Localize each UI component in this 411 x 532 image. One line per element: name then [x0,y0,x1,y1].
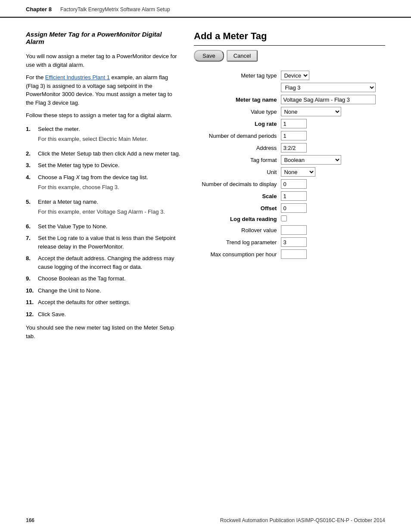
tag-format-label: Tag format [194,154,279,166]
step-2-num: 2. [26,149,38,158]
button-row: Save Cancel [194,50,385,62]
header-subtitle: FactoryTalk EnergyMetrix Software Alarm … [60,6,170,12]
step-8-body: Accept the default address. Changing the… [38,254,181,271]
unit-label: Unit [194,166,279,178]
value-type-label: Value type [194,106,279,118]
step-2-text: Click the Meter Setup tab then click Add… [38,150,180,157]
step-5: 5. Enter a Meter tag name. For this exam… [26,198,181,219]
offset-row: Offset [194,202,385,214]
decimals-input[interactable] [281,179,307,189]
address-row: Address [194,142,385,154]
step-5-body: Enter a Meter tag name. For this example… [38,198,181,219]
value-type-cell: None [279,106,385,118]
address-input[interactable] [281,143,307,152]
meter-tag-name-cell [279,93,385,106]
meter-tag-name-row: Meter tag name [194,93,385,106]
page-content: Assign Meter Tag for a PowerMonitor Digi… [0,26,411,358]
publication-info: Rockwell Automation Publication IASIMP-Q… [220,517,385,523]
rollover-cell [279,224,385,236]
scale-row: Scale [194,190,385,202]
tag-format-row: Tag format Boolean [194,154,385,166]
step-3-text: Set the Meter tag type to Device. [38,162,119,168]
offset-input[interactable] [281,203,307,213]
unit-select[interactable]: None [281,167,315,177]
rollover-label: Rollover value [194,224,279,236]
log-delta-checkbox[interactable] [281,215,287,221]
value-type-row: Value type None [194,106,385,118]
tag-format-select[interactable]: Boolean [281,155,341,165]
demand-periods-row: Number of demand periods [194,130,385,142]
flag-cell: Flag 3 [279,81,385,93]
chapter-label: Chapter 8 [26,6,52,12]
form-title: Add a Meter Tag [194,31,385,46]
flag-select[interactable]: Flag 3 [281,83,376,92]
cancel-button[interactable]: Cancel [227,50,258,62]
log-rate-label: Log rate [194,118,279,130]
step-6-body: Set the Value Type to None. [38,222,181,231]
step-6-num: 6. [26,222,38,231]
unit-row: Unit None [194,166,385,178]
max-consumption-input[interactable] [281,249,307,259]
step-11-text: Accept the defaults for other settings. [38,299,131,305]
meter-tag-type-select[interactable]: Device [281,71,309,80]
scale-cell [279,190,385,202]
demand-periods-input[interactable] [281,131,307,140]
demand-periods-label: Number of demand periods [194,130,279,142]
step-2-body: Click the Meter Setup tab then click Add… [38,149,181,158]
step-1-text: Select the meter. [38,126,80,132]
step-1-body: Select the meter. For this example, sele… [38,125,181,146]
step-3-num: 3. [26,161,38,170]
decimals-label: Number of decimals to display [194,178,279,190]
flag-label-empty [194,81,279,93]
step-10-body: Change the Unit to None. [38,286,181,295]
step-9-text: Choose Boolean as the Tag format. [38,275,126,282]
trend-log-input[interactable] [281,237,307,247]
offset-cell [279,202,385,214]
step-4: 4. Choose a Flag X tag from the device t… [26,173,181,194]
step-12-text: Click Save. [38,311,66,317]
step-11: 11. Accept the defaults for other settin… [26,298,181,307]
step-7-num: 7. [26,234,38,251]
flag-row: Flag 3 [194,81,385,93]
efficient-industries-link[interactable]: Efficient Industries Plant 1 [45,74,110,81]
max-consumption-label: Max consumption per hour [194,248,279,260]
value-type-select[interactable]: None [281,107,341,116]
step-12: 12. Click Save. [26,310,181,319]
max-consumption-cell [279,248,385,260]
trend-log-label: Trend log parameter [194,236,279,248]
step-12-num: 12. [26,310,38,319]
step-4-body: Choose a Flag X tag from the device tag … [38,173,181,194]
step-1: 1. Select the meter. For this example, s… [26,125,181,146]
step-8-num: 8. [26,254,38,271]
step-4-num: 4. [26,173,38,194]
meter-tag-type-label: Meter tag type [194,69,279,81]
page-number: 166 [26,517,34,523]
step-1-sub: For this example, select Electric Main M… [38,135,181,143]
steps-intro: Follow these steps to assign a meter tag… [26,111,181,120]
steps-list: 1. Select the meter. For this example, s… [26,125,181,319]
meter-tag-name-input[interactable] [281,95,376,104]
step-6-text: Set the Value Type to None. [38,223,107,230]
scale-input[interactable] [281,191,307,201]
log-rate-cell [279,118,385,130]
step-9: 9. Choose Boolean as the Tag format. [26,274,181,283]
save-button[interactable]: Save [194,50,224,62]
tag-format-cell: Boolean [279,154,385,166]
step-8-text: Accept the default address. Changing the… [38,255,174,270]
step-7: 7. Set the Log rate to a value that is l… [26,234,181,251]
log-delta-row: Log delta reading [194,214,385,224]
step-5-sub: For this example, enter Voltage Sag Alar… [38,208,181,216]
step-5-num: 5. [26,198,38,219]
rollover-row: Rollover value [194,224,385,236]
step-11-num: 11. [26,298,38,307]
page-footer: 166 Rockwell Automation Publication IASI… [0,517,411,523]
outro-text: You should see the new meter tag listed … [26,324,181,340]
step-12-body: Click Save. [38,310,181,319]
step-6: 6. Set the Value Type to None. [26,222,181,231]
step-10: 10. Change the Unit to None. [26,286,181,295]
trend-log-cell [279,236,385,248]
rollover-input[interactable] [281,225,307,235]
log-rate-input[interactable] [281,119,307,128]
offset-label: Offset [194,202,279,214]
section-title: Assign Meter Tag for a PowerMonitor Digi… [26,31,181,45]
